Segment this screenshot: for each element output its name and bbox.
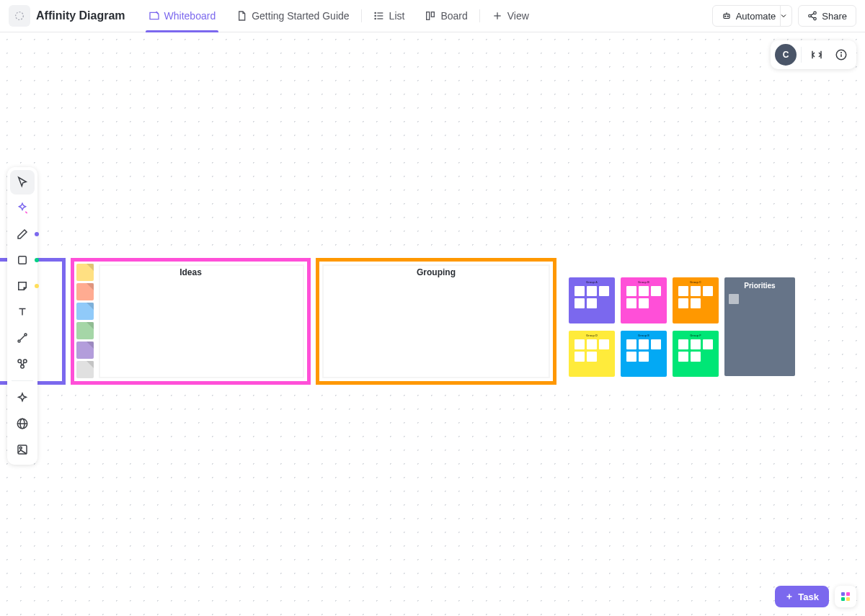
priority-item[interactable] [729,294,739,304]
sticky-palette [76,264,94,378]
tool-web[interactable] [10,411,35,436]
svg-point-13 [727,16,728,17]
tab-whiteboard[interactable]: Whiteboard [138,0,226,32]
task-label: Task [798,592,819,602]
summary-card-title: Group D [586,334,598,337]
automate-button[interactable]: Automate [712,5,781,27]
fit-width-button[interactable] [806,44,828,66]
tool-connector[interactable] [10,326,35,350]
color-dot [35,284,39,288]
sticky-note[interactable] [76,303,94,320]
apps-button[interactable] [835,586,856,607]
summary-card[interactable]: Group A [569,277,615,323]
color-dot [35,232,39,236]
tab-label: View [507,10,529,22]
view-tabs: Whiteboard Getting Started Guide List Bo… [138,0,539,32]
separator [12,380,33,381]
tool-sticky[interactable] [10,274,35,298]
bottom-right-controls: Task [775,586,856,607]
divider [361,9,362,22]
plus-icon [785,592,794,601]
svg-point-0 [16,12,24,20]
frame-inner [99,264,304,378]
chevron-down-icon [779,12,788,20]
tab-getting-started[interactable]: Getting Started Guide [226,0,359,32]
doc-title[interactable]: Affinity Diagram [36,9,125,22]
doc-type-icon [9,5,30,27]
sticky-note[interactable] [76,264,94,281]
summary-card[interactable]: Group E [621,331,667,377]
tool-templates[interactable] [10,385,35,410]
topbar-right: Automate Share [712,5,856,27]
summary-card-title: Group B [638,280,649,284]
svg-point-5 [375,15,376,16]
info-icon [835,48,848,61]
tool-shape[interactable] [10,248,35,272]
tab-label: Whiteboard [164,10,216,22]
tool-more-shapes[interactable] [10,352,35,376]
share-button[interactable]: Share [798,5,856,27]
summary-card[interactable]: Group C [673,277,719,323]
svg-rect-7 [427,12,430,20]
svg-rect-8 [432,12,435,17]
sticky-note[interactable] [76,361,94,378]
left-toolbar [7,167,37,465]
svg-point-40 [841,53,842,53]
mini-squares [575,286,609,308]
summary-card[interactable]: Group D [569,331,615,377]
frame-ideas[interactable]: Ideas [71,258,311,385]
tool-pen[interactable] [10,222,35,246]
divider [479,9,480,22]
tab-add-view[interactable]: View [482,0,539,32]
svg-point-12 [724,16,725,17]
mini-squares [678,286,713,308]
priorities-title: Priorities [729,282,791,290]
automate-dropdown[interactable] [775,5,792,27]
svg-point-15 [814,12,817,14]
add-task-button[interactable]: Task [775,586,829,607]
shapes-icon [16,357,29,370]
summary-card[interactable]: Group F [673,331,719,377]
ai-icon [16,202,29,215]
tab-list[interactable]: List [363,0,415,32]
share-label: Share [822,11,847,22]
automate-group: Automate [712,5,793,27]
tool-generate[interactable] [10,196,35,220]
list-icon [373,10,385,22]
image-icon [16,443,29,456]
svg-point-4 [375,12,376,13]
tab-board[interactable]: Board [414,0,477,32]
color-dot [35,258,39,262]
sticky-note[interactable] [76,283,94,300]
separator [801,47,802,63]
frame-title: Ideas [179,267,202,277]
tool-image[interactable] [10,437,35,462]
automate-label: Automate [736,11,776,22]
plus-icon [492,10,503,22]
info-button[interactable] [830,44,852,66]
top-bar: Affinity Diagram Whiteboard Getting Star… [0,0,865,32]
svg-point-23 [18,340,20,342]
sticky-note[interactable] [76,322,94,339]
whiteboard-icon [148,10,160,22]
canvas-controls: C [771,40,856,69]
tab-label: Board [440,10,467,22]
tool-text[interactable] [10,300,35,324]
summary-panel[interactable]: Group A Group B Group C Group D Group E … [562,258,802,385]
sticky-note[interactable] [76,342,94,359]
summary-grid: Group A Group B Group C Group D Group E … [569,277,719,377]
frame-title: Grouping [417,267,456,277]
frame-grouping[interactable]: Grouping [316,258,556,385]
svg-point-17 [814,17,817,20]
doc-icon [236,10,247,22]
share-icon [807,11,817,21]
summary-card-title: Group E [638,334,649,337]
tab-label: Getting Started Guide [252,10,349,22]
summary-card[interactable]: Group B [621,277,667,323]
tool-select[interactable] [10,170,35,195]
svg-line-25 [20,336,25,340]
svg-point-6 [375,18,376,19]
robot-icon [722,11,732,21]
avatar[interactable]: C [775,44,797,66]
priorities-panel[interactable]: Priorities [724,277,795,376]
